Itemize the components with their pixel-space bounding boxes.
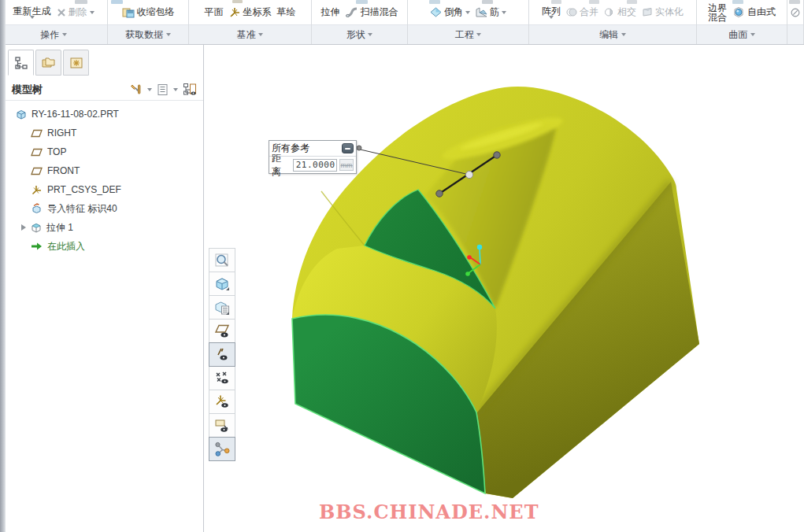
group-label-datum[interactable]: 基准 [189,24,311,44]
group-label-shapes[interactable]: 形状 [312,24,407,44]
refit-zoom-button[interactable] [209,248,235,272]
clipped-toolbar-fragment [232,0,243,3]
collapse-button[interactable] [342,143,354,153]
unit-box[interactable]: mm [339,159,354,171]
ribbon-group-datum: 平面 坐标系 草绘 基准 [189,0,312,44]
favorites-tab[interactable] [63,50,89,76]
saved-orientations-icon [214,300,230,316]
plane-button[interactable]: 平面 [205,6,224,19]
annotation-display-icon [214,418,230,433]
tree-item-right-plane[interactable]: RIGHT [6,124,203,142]
chamfer-icon [430,7,442,17]
datum-plane-display-button[interactable] [209,319,235,343]
folder-browser-tab[interactable] [35,50,61,76]
csys-icon [229,7,241,18]
distance-input[interactable]: 21.0000 [293,159,337,172]
group-label-edit[interactable]: 编辑 [529,24,696,44]
chevron-down-icon[interactable] [147,88,152,91]
tree-item-part[interactable]: RY-16-11-08-02.PRT [6,105,203,124]
delete-button[interactable]: 删除 [57,6,94,19]
ribbon-group-clipped [787,0,804,44]
csys-icon [31,185,43,195]
favorites-tab-icon [69,57,83,69]
merge-button[interactable]: 合并 [566,6,598,19]
refit-zoom-icon [214,253,230,268]
boundary-blend-button[interactable]: 边界 混合 [708,3,727,22]
spin-center-button[interactable] [209,437,235,461]
expand-arrow-icon[interactable] [21,224,26,231]
swept-blend-icon [346,7,358,17]
regenerate-button[interactable]: 重新生成 [13,6,51,19]
clipped-toolbar-fragment [429,0,440,4]
group-label-engineering[interactable]: 工程 [408,24,528,44]
datum-plane-icon [31,167,43,175]
shrinkwrap-icon [122,7,135,18]
clipped-toolbar-fragment [627,0,637,4]
saved-orientations-button[interactable] [209,295,235,320]
shrinkwrap-button[interactable]: 收缩包络 [122,6,175,19]
style-tool-icon[interactable] [791,6,800,19]
point-display-button[interactable] [209,366,235,390]
navigator-tabs [8,50,89,76]
swept-blend-button[interactable]: 扫描混合 [346,6,398,19]
chevron-down-icon [465,11,470,14]
navigator-panel: 模型树 [6,45,204,532]
datum-axis-display-button[interactable] [209,342,235,367]
annotation-display-button[interactable] [209,413,235,438]
chevron-down-icon [30,16,35,19]
csys-display-icon [214,394,230,409]
rib-button[interactable]: 筋 [476,6,506,19]
datum-axis-display-icon [214,347,230,362]
group-label-operations[interactable]: 操作 [0,24,107,44]
window-edge [0,0,6,532]
csys-button[interactable]: 坐标系 [229,6,272,19]
application-window: 重新生成 删除 操作 [0,0,804,532]
insert-here-arrow-icon [31,242,43,251]
group-label-get-data[interactable]: 获取数据 [108,24,188,44]
point-display-icon [214,371,230,386]
pattern-button[interactable]: 阵列 [542,6,561,19]
clipped-toolbar-fragment [732,0,743,4]
panel-title: 模型树 [12,83,43,97]
clipped-toolbar-fragment [589,0,599,4]
spin-center-icon [214,441,230,457]
tree-tools-icon[interactable] [129,83,143,96]
ribbon-group-surfaces: 边界 混合 自由式 曲面 [697,0,787,44]
show-tree-columns-icon[interactable] [183,83,197,96]
model-tree-tab[interactable] [8,50,34,76]
group-label-surfaces[interactable]: 曲面 [697,24,787,44]
tree-item-csys[interactable]: PRT_CSYS_DEF [6,180,203,199]
clipped-toolbar-fragment [111,0,123,4]
ribbon-group-shapes: 拉伸 扫描混合 形状 [312,0,408,44]
display-style-button[interactable] [209,272,235,296]
ribbon-group-operations: 重新生成 删除 操作 [0,0,108,44]
tree-item-insert-here[interactable]: 在此插入 [6,237,203,256]
tree-filters-icon[interactable] [157,83,169,96]
display-style-icon [214,276,230,292]
tree-item-extrude[interactable]: 拉伸 1 [6,218,203,237]
import-feature-icon [31,203,43,214]
solidify-icon [642,7,653,17]
clipped-toolbar-fragment [482,0,493,4]
reference-dialog[interactable]: 所有参考 距离 21.0000 mm [269,140,357,174]
tree-item-top-plane[interactable]: TOP [6,142,203,161]
rib-icon [476,7,487,17]
clipped-toolbar-fragment [551,0,561,4]
datum-plane-icon [31,129,43,138]
distance-row: 距离 21.0000 mm [269,157,356,173]
model-tree-tab-icon [14,56,28,70]
tree-item-front-plane[interactable]: FRONT [6,161,203,180]
tree-item-import-feature[interactable]: 导入特征 标识40 [6,199,203,218]
extrude-button[interactable]: 拉伸 [321,6,340,19]
chevron-down-icon[interactable] [173,88,178,91]
part-icon [15,109,27,120]
freestyle-button[interactable]: 自由式 [732,6,776,19]
sketch-button[interactable]: 草绘 [277,6,296,19]
ribbon-group-engineering: 倒角 筋 工程 [408,0,529,44]
model-tree: RY-16-11-08-02.PRT RIGHT TOP FRONT [6,105,203,256]
intersect-button[interactable]: 相交 [604,6,636,19]
solidify-button[interactable]: 实体化 [642,6,684,19]
clipped-toolbar-fragment [75,0,87,4]
chamfer-button[interactable]: 倒角 [430,6,470,19]
csys-display-button[interactable] [209,390,235,414]
